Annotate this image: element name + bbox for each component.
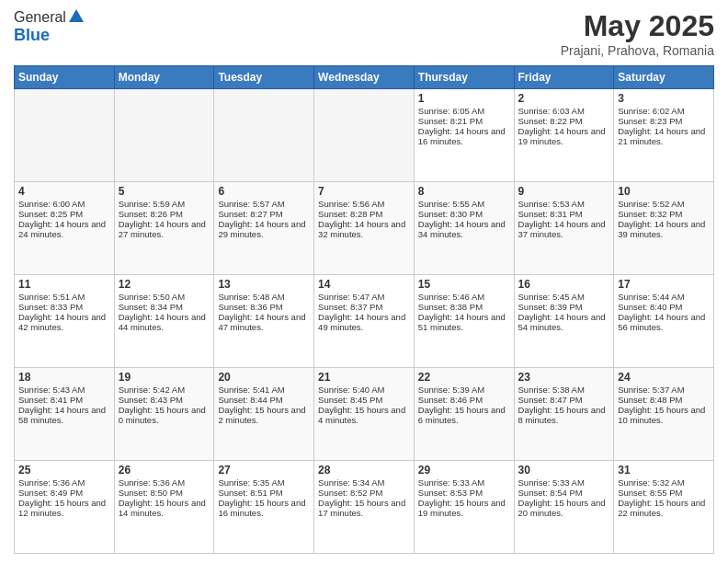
- calendar: SundayMondayTuesdayWednesdayThursdayFrid…: [14, 65, 714, 554]
- day-number: 16: [518, 278, 610, 291]
- calendar-cell: [214, 89, 314, 182]
- daylight-text: Daylight: 14 hours and 34 minutes.: [418, 219, 510, 239]
- weekday-header-saturday: Saturday: [614, 66, 714, 89]
- daylight-text: Daylight: 15 hours and 12 minutes.: [18, 498, 110, 518]
- day-number: 25: [18, 464, 110, 477]
- sunset-text: Sunset: 8:52 PM: [318, 488, 410, 498]
- sunset-text: Sunset: 8:45 PM: [318, 395, 410, 405]
- daylight-text: Daylight: 15 hours and 14 minutes.: [119, 498, 210, 518]
- sunrise-text: Sunrise: 6:03 AM: [518, 106, 610, 116]
- sunrise-text: Sunrise: 5:36 AM: [119, 477, 210, 488]
- sunrise-text: Sunrise: 5:42 AM: [119, 385, 210, 395]
- sunrise-text: Sunrise: 5:51 AM: [18, 292, 110, 302]
- sunrise-text: Sunrise: 6:05 AM: [418, 106, 510, 116]
- calendar-cell: 18Sunrise: 5:43 AMSunset: 8:41 PMDayligh…: [15, 368, 115, 461]
- calendar-cell: 16Sunrise: 5:45 AMSunset: 8:39 PMDayligh…: [514, 275, 614, 368]
- calendar-cell: 6Sunrise: 5:57 AMSunset: 8:27 PMDaylight…: [214, 182, 314, 275]
- weekday-header-tuesday: Tuesday: [214, 66, 314, 89]
- calendar-cell: 9Sunrise: 5:53 AMSunset: 8:31 PMDaylight…: [514, 182, 614, 275]
- sunset-text: Sunset: 8:25 PM: [18, 209, 110, 219]
- day-number: 23: [518, 371, 610, 384]
- sunrise-text: Sunrise: 5:45 AM: [518, 292, 610, 302]
- calendar-cell: 11Sunrise: 5:51 AMSunset: 8:33 PMDayligh…: [15, 275, 115, 368]
- calendar-cell: 30Sunrise: 5:33 AMSunset: 8:54 PMDayligh…: [514, 461, 614, 554]
- calendar-cell: 5Sunrise: 5:59 AMSunset: 8:26 PMDaylight…: [114, 182, 214, 275]
- sunset-text: Sunset: 8:50 PM: [119, 488, 210, 498]
- location: Prajani, Prahova, Romania: [561, 43, 714, 58]
- logo-general-text: General: [14, 9, 66, 26]
- day-number: 27: [218, 464, 310, 477]
- sunset-text: Sunset: 8:37 PM: [318, 302, 410, 312]
- sunset-text: Sunset: 8:40 PM: [618, 302, 710, 312]
- sunset-text: Sunset: 8:49 PM: [18, 488, 110, 498]
- calendar-cell: [15, 89, 115, 182]
- logo-blue-text: Blue: [14, 26, 84, 45]
- sunrise-text: Sunrise: 5:34 AM: [318, 477, 410, 488]
- sunset-text: Sunset: 8:27 PM: [218, 209, 310, 219]
- calendar-cell: 15Sunrise: 5:46 AMSunset: 8:38 PMDayligh…: [414, 275, 514, 368]
- calendar-cell: 25Sunrise: 5:36 AMSunset: 8:49 PMDayligh…: [15, 461, 115, 554]
- day-number: 19: [119, 371, 210, 384]
- weekday-header-sunday: Sunday: [15, 66, 115, 89]
- sunset-text: Sunset: 8:21 PM: [418, 116, 510, 126]
- daylight-text: Daylight: 14 hours and 32 minutes.: [318, 219, 410, 239]
- sunset-text: Sunset: 8:28 PM: [318, 209, 410, 219]
- calendar-cell: 3Sunrise: 6:02 AMSunset: 8:23 PMDaylight…: [614, 89, 714, 182]
- weekday-header-monday: Monday: [114, 66, 214, 89]
- calendar-cell: 27Sunrise: 5:35 AMSunset: 8:51 PMDayligh…: [214, 461, 314, 554]
- sunrise-text: Sunrise: 5:32 AM: [618, 477, 710, 488]
- sunrise-text: Sunrise: 5:53 AM: [518, 199, 610, 209]
- day-number: 18: [18, 371, 110, 384]
- calendar-week-2: 4Sunrise: 6:00 AMSunset: 8:25 PMDaylight…: [15, 182, 714, 275]
- title-block: May 2025 Prajani, Prahova, Romania: [561, 9, 714, 58]
- sunset-text: Sunset: 8:36 PM: [218, 302, 310, 312]
- calendar-cell: 7Sunrise: 5:56 AMSunset: 8:28 PMDaylight…: [314, 182, 415, 275]
- calendar-cell: 22Sunrise: 5:39 AMSunset: 8:46 PMDayligh…: [414, 368, 514, 461]
- calendar-cell: 1Sunrise: 6:05 AMSunset: 8:21 PMDaylight…: [414, 89, 514, 182]
- calendar-cell: 31Sunrise: 5:32 AMSunset: 8:55 PMDayligh…: [614, 461, 714, 554]
- daylight-text: Daylight: 15 hours and 20 minutes.: [518, 498, 610, 518]
- sunset-text: Sunset: 8:51 PM: [218, 488, 310, 498]
- daylight-text: Daylight: 15 hours and 22 minutes.: [618, 498, 710, 518]
- daylight-text: Daylight: 15 hours and 19 minutes.: [418, 498, 510, 518]
- day-number: 8: [418, 185, 510, 198]
- daylight-text: Daylight: 15 hours and 0 minutes.: [119, 405, 210, 425]
- calendar-cell: 21Sunrise: 5:40 AMSunset: 8:45 PMDayligh…: [314, 368, 415, 461]
- weekday-header-friday: Friday: [514, 66, 614, 89]
- day-number: 24: [618, 371, 710, 384]
- calendar-cell: 28Sunrise: 5:34 AMSunset: 8:52 PMDayligh…: [314, 461, 415, 554]
- day-number: 21: [318, 371, 410, 384]
- day-number: 26: [119, 464, 210, 477]
- sunrise-text: Sunrise: 5:41 AM: [218, 385, 310, 395]
- sunrise-text: Sunrise: 5:56 AM: [318, 199, 410, 209]
- header: General Blue May 2025 Prajani, Prahova, …: [14, 9, 714, 58]
- day-number: 3: [618, 92, 710, 105]
- sunrise-text: Sunrise: 5:33 AM: [418, 477, 510, 488]
- calendar-cell: 4Sunrise: 6:00 AMSunset: 8:25 PMDaylight…: [15, 182, 115, 275]
- daylight-text: Daylight: 14 hours and 16 minutes.: [418, 126, 510, 146]
- calendar-week-1: 1Sunrise: 6:05 AMSunset: 8:21 PMDaylight…: [15, 89, 714, 182]
- day-number: 28: [318, 464, 410, 477]
- calendar-cell: [114, 89, 214, 182]
- day-number: 12: [119, 278, 210, 291]
- sunset-text: Sunset: 8:26 PM: [119, 209, 210, 219]
- daylight-text: Daylight: 14 hours and 24 minutes.: [18, 219, 110, 239]
- sunset-text: Sunset: 8:38 PM: [418, 302, 510, 312]
- sunrise-text: Sunrise: 5:43 AM: [18, 385, 110, 395]
- sunrise-text: Sunrise: 5:47 AM: [318, 292, 410, 302]
- sunrise-text: Sunrise: 6:02 AM: [618, 106, 710, 116]
- day-number: 6: [218, 185, 310, 198]
- sunset-text: Sunset: 8:39 PM: [518, 302, 610, 312]
- sunset-text: Sunset: 8:33 PM: [18, 302, 110, 312]
- calendar-cell: [314, 89, 415, 182]
- sunset-text: Sunset: 8:41 PM: [18, 395, 110, 405]
- sunset-text: Sunset: 8:46 PM: [418, 395, 510, 405]
- daylight-text: Daylight: 15 hours and 2 minutes.: [218, 405, 310, 425]
- calendar-cell: 19Sunrise: 5:42 AMSunset: 8:43 PMDayligh…: [114, 368, 214, 461]
- daylight-text: Daylight: 14 hours and 21 minutes.: [618, 126, 710, 146]
- day-number: 29: [418, 464, 510, 477]
- daylight-text: Daylight: 14 hours and 51 minutes.: [418, 312, 510, 332]
- sunrise-text: Sunrise: 5:48 AM: [218, 292, 310, 302]
- sunrise-text: Sunrise: 5:59 AM: [119, 199, 210, 209]
- weekday-header-wednesday: Wednesday: [314, 66, 415, 89]
